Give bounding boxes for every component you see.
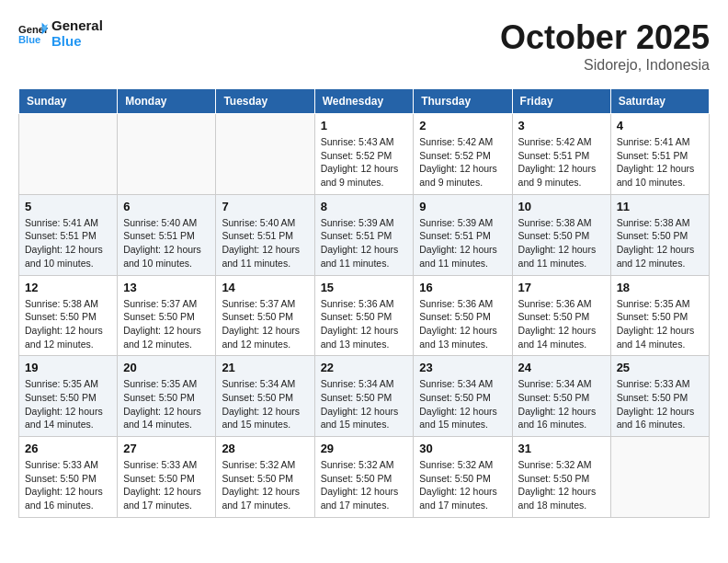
day-number: 28 <box>222 442 308 455</box>
day-info: Sunrise: 5:32 AM Sunset: 5:50 PM Dayligh… <box>321 458 408 512</box>
day-info: Sunrise: 5:32 AM Sunset: 5:50 PM Dayligh… <box>419 458 506 512</box>
day-cell: 2Sunrise: 5:42 AM Sunset: 5:52 PM Daylig… <box>414 114 512 195</box>
day-number: 17 <box>518 281 605 294</box>
day-info: Sunrise: 5:33 AM Sunset: 5:50 PM Dayligh… <box>25 458 111 512</box>
day-number: 31 <box>518 442 605 455</box>
day-number: 29 <box>321 442 408 455</box>
day-info: Sunrise: 5:35 AM Sunset: 5:50 PM Dayligh… <box>123 377 210 431</box>
day-number: 6 <box>123 200 210 213</box>
header-sunday: Sunday <box>19 89 118 114</box>
day-number: 7 <box>222 200 308 213</box>
header-thursday: Thursday <box>414 89 512 114</box>
day-info: Sunrise: 5:37 AM Sunset: 5:50 PM Dayligh… <box>222 297 308 351</box>
day-cell: 12Sunrise: 5:38 AM Sunset: 5:50 PM Dayli… <box>19 275 118 356</box>
day-cell: 19Sunrise: 5:35 AM Sunset: 5:50 PM Dayli… <box>19 356 118 437</box>
header-tuesday: Tuesday <box>216 89 314 114</box>
day-info: Sunrise: 5:34 AM Sunset: 5:50 PM Dayligh… <box>518 377 605 431</box>
page-header: General Blue General Blue October 2025 S… <box>18 18 710 74</box>
day-cell: 11Sunrise: 5:38 AM Sunset: 5:50 PM Dayli… <box>610 194 709 275</box>
day-info: Sunrise: 5:43 AM Sunset: 5:52 PM Dayligh… <box>321 135 408 190</box>
day-cell: 13Sunrise: 5:37 AM Sunset: 5:50 PM Dayli… <box>118 275 216 356</box>
logo: General Blue General Blue <box>18 18 103 49</box>
day-number: 13 <box>123 281 210 294</box>
day-number: 15 <box>321 281 408 294</box>
day-cell: 1Sunrise: 5:43 AM Sunset: 5:52 PM Daylig… <box>314 114 414 195</box>
day-info: Sunrise: 5:34 AM Sunset: 5:50 PM Dayligh… <box>321 377 408 431</box>
month-title: October 2025 <box>500 18 710 57</box>
calendar-header-row: SundayMondayTuesdayWednesdayThursdayFrid… <box>19 89 710 114</box>
day-info: Sunrise: 5:41 AM Sunset: 5:51 PM Dayligh… <box>617 135 703 190</box>
day-number: 30 <box>419 442 506 455</box>
day-info: Sunrise: 5:40 AM Sunset: 5:51 PM Dayligh… <box>222 216 308 270</box>
day-info: Sunrise: 5:34 AM Sunset: 5:50 PM Dayligh… <box>419 377 506 431</box>
day-info: Sunrise: 5:38 AM Sunset: 5:50 PM Dayligh… <box>25 297 111 351</box>
day-number: 25 <box>617 361 703 374</box>
day-info: Sunrise: 5:39 AM Sunset: 5:51 PM Dayligh… <box>419 216 506 270</box>
day-cell: 7Sunrise: 5:40 AM Sunset: 5:51 PM Daylig… <box>216 194 314 275</box>
day-cell: 27Sunrise: 5:33 AM Sunset: 5:50 PM Dayli… <box>118 437 216 518</box>
logo-icon: General Blue <box>18 21 48 47</box>
day-cell: 31Sunrise: 5:32 AM Sunset: 5:50 PM Dayli… <box>512 437 610 518</box>
day-number: 27 <box>123 442 210 455</box>
day-cell: 14Sunrise: 5:37 AM Sunset: 5:50 PM Dayli… <box>216 275 314 356</box>
day-number: 24 <box>518 361 605 374</box>
day-cell <box>610 437 709 518</box>
day-number: 14 <box>222 281 308 294</box>
week-row-1: 1Sunrise: 5:43 AM Sunset: 5:52 PM Daylig… <box>19 114 710 195</box>
day-number: 11 <box>617 200 703 213</box>
svg-text:Blue: Blue <box>18 34 40 45</box>
day-number: 22 <box>321 361 408 374</box>
day-cell <box>118 114 216 195</box>
day-cell: 8Sunrise: 5:39 AM Sunset: 5:51 PM Daylig… <box>314 194 414 275</box>
header-saturday: Saturday <box>610 89 709 114</box>
day-info: Sunrise: 5:35 AM Sunset: 5:50 PM Dayligh… <box>25 377 111 431</box>
week-row-5: 26Sunrise: 5:33 AM Sunset: 5:50 PM Dayli… <box>19 437 710 518</box>
day-number: 4 <box>617 119 703 132</box>
day-cell: 10Sunrise: 5:38 AM Sunset: 5:50 PM Dayli… <box>512 194 610 275</box>
header-wednesday: Wednesday <box>314 89 414 114</box>
day-info: Sunrise: 5:35 AM Sunset: 5:50 PM Dayligh… <box>617 297 703 351</box>
day-cell: 23Sunrise: 5:34 AM Sunset: 5:50 PM Dayli… <box>414 356 512 437</box>
day-info: Sunrise: 5:36 AM Sunset: 5:50 PM Dayligh… <box>321 297 408 351</box>
day-cell: 30Sunrise: 5:32 AM Sunset: 5:50 PM Dayli… <box>414 437 512 518</box>
title-block: October 2025 Sidorejo, Indonesia <box>500 18 710 74</box>
day-number: 8 <box>321 200 408 213</box>
logo-line2: Blue <box>51 34 103 50</box>
day-cell <box>19 114 118 195</box>
day-info: Sunrise: 5:36 AM Sunset: 5:50 PM Dayligh… <box>518 297 605 351</box>
day-number: 9 <box>419 200 506 213</box>
day-cell: 18Sunrise: 5:35 AM Sunset: 5:50 PM Dayli… <box>610 275 709 356</box>
day-cell: 21Sunrise: 5:34 AM Sunset: 5:50 PM Dayli… <box>216 356 314 437</box>
day-cell: 17Sunrise: 5:36 AM Sunset: 5:50 PM Dayli… <box>512 275 610 356</box>
day-number: 2 <box>419 119 506 132</box>
day-info: Sunrise: 5:32 AM Sunset: 5:50 PM Dayligh… <box>222 458 308 512</box>
day-cell: 25Sunrise: 5:33 AM Sunset: 5:50 PM Dayli… <box>610 356 709 437</box>
day-cell: 16Sunrise: 5:36 AM Sunset: 5:50 PM Dayli… <box>414 275 512 356</box>
day-cell: 28Sunrise: 5:32 AM Sunset: 5:50 PM Dayli… <box>216 437 314 518</box>
day-number: 1 <box>321 119 408 132</box>
day-info: Sunrise: 5:32 AM Sunset: 5:50 PM Dayligh… <box>518 458 605 512</box>
day-number: 5 <box>25 200 111 213</box>
day-cell: 29Sunrise: 5:32 AM Sunset: 5:50 PM Dayli… <box>314 437 414 518</box>
day-cell: 6Sunrise: 5:40 AM Sunset: 5:51 PM Daylig… <box>118 194 216 275</box>
header-monday: Monday <box>118 89 216 114</box>
day-number: 3 <box>518 119 605 132</box>
day-cell: 15Sunrise: 5:36 AM Sunset: 5:50 PM Dayli… <box>314 275 414 356</box>
day-cell: 22Sunrise: 5:34 AM Sunset: 5:50 PM Dayli… <box>314 356 414 437</box>
day-cell: 26Sunrise: 5:33 AM Sunset: 5:50 PM Dayli… <box>19 437 118 518</box>
logo-line1: General <box>51 18 103 34</box>
day-info: Sunrise: 5:33 AM Sunset: 5:50 PM Dayligh… <box>617 377 703 431</box>
day-number: 21 <box>222 361 308 374</box>
day-cell: 5Sunrise: 5:41 AM Sunset: 5:51 PM Daylig… <box>19 194 118 275</box>
day-info: Sunrise: 5:36 AM Sunset: 5:50 PM Dayligh… <box>419 297 506 351</box>
day-info: Sunrise: 5:38 AM Sunset: 5:50 PM Dayligh… <box>518 216 605 270</box>
day-info: Sunrise: 5:42 AM Sunset: 5:52 PM Dayligh… <box>419 135 506 190</box>
day-number: 10 <box>518 200 605 213</box>
day-info: Sunrise: 5:42 AM Sunset: 5:51 PM Dayligh… <box>518 135 605 190</box>
day-info: Sunrise: 5:38 AM Sunset: 5:50 PM Dayligh… <box>617 216 703 270</box>
day-info: Sunrise: 5:34 AM Sunset: 5:50 PM Dayligh… <box>222 377 308 431</box>
week-row-3: 12Sunrise: 5:38 AM Sunset: 5:50 PM Dayli… <box>19 275 710 356</box>
day-info: Sunrise: 5:33 AM Sunset: 5:50 PM Dayligh… <box>123 458 210 512</box>
location: Sidorejo, Indonesia <box>500 57 710 74</box>
day-number: 19 <box>25 361 111 374</box>
